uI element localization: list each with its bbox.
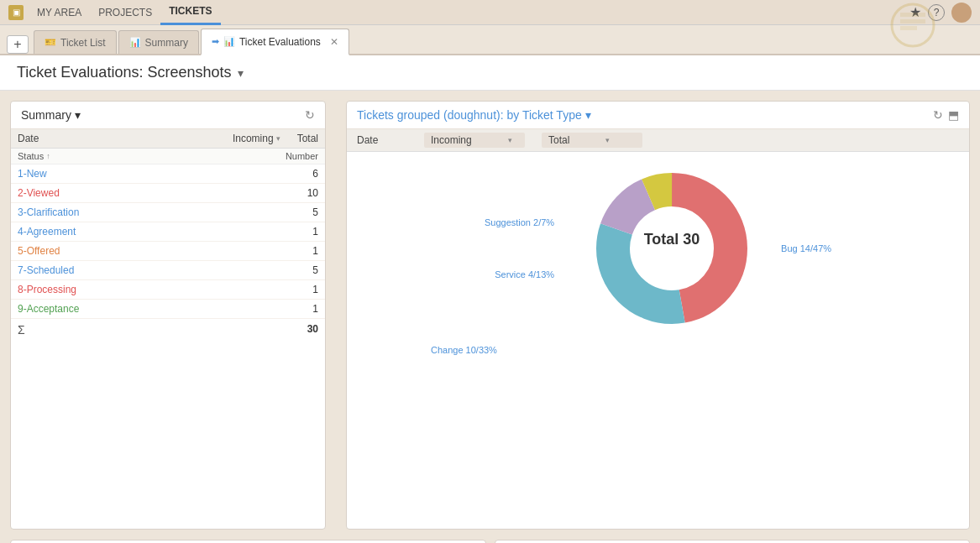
app-logo: ▣	[8, 5, 24, 20]
summary-row-3-clarification[interactable]: 3-Clarification 5	[11, 203, 325, 222]
status-header: Status	[18, 151, 44, 161]
star-icon[interactable]: ★	[909, 4, 921, 20]
nav-projects[interactable]: PROJECTS	[90, 0, 160, 25]
doughnut-panel: Tickets grouped (doughnut): by Ticket Ty…	[346, 101, 970, 530]
summary-total-col[interactable]: Total	[297, 133, 318, 144]
summary-sigma-row: Σ 30	[11, 319, 325, 341]
doughnut-refresh-button[interactable]: ↻	[933, 108, 943, 122]
grouped-month-panel: Tickets grouped (columns): per Month ▾ ↻…	[495, 540, 971, 543]
tab-summary[interactable]: 📊 Summary	[118, 30, 199, 54]
legend-change[interactable]: Change 10/33%	[431, 345, 935, 355]
ticket-list-icon: 🎫	[45, 37, 56, 48]
help-icon[interactable]: ?	[928, 4, 945, 21]
tab-ticket-evaluations[interactable]: ➡ 📊 Ticket Evaluations ✕	[201, 29, 349, 55]
user-avatar[interactable]	[951, 3, 972, 23]
status-up-arrow: ↑	[46, 152, 50, 160]
doughnut-chart: Total 30	[579, 164, 764, 332]
doughnut-download-button[interactable]: ⬒	[948, 108, 959, 122]
tab-ticket-list[interactable]: 🎫 Ticket List	[34, 30, 117, 54]
summary-row-5-offered[interactable]: 5-Offered 1	[11, 242, 325, 261]
summary-incoming-col[interactable]: Incoming ▾	[233, 133, 280, 144]
doughnut-chevron-icon: ▾	[585, 108, 591, 122]
ticket-eval-icon: ➡	[212, 36, 219, 47]
nav-my-area[interactable]: MY AREA	[29, 0, 90, 25]
number-header: Number	[286, 151, 318, 161]
summary-icon: 📊	[129, 37, 141, 48]
doughnut-incoming-arrow: ▾	[508, 136, 512, 144]
tab-close-button[interactable]: ✕	[330, 36, 338, 48]
effort-panel: Ticket effort (columns): per Month ▾ ↻ ⬒…	[10, 540, 486, 543]
page-title-chevron[interactable]: ▾	[238, 66, 244, 80]
doughnut-incoming-col[interactable]: Incoming ▾	[424, 133, 525, 148]
summary-row-8-processing[interactable]: 8-Processing 1	[11, 280, 325, 300]
page-title: Ticket Evaluations: Screenshots	[17, 64, 231, 81]
summary-row-2-viewed[interactable]: 2-Viewed 10	[11, 184, 325, 203]
legend-service[interactable]: Service 4/13%	[495, 269, 554, 279]
doughnut-total-arrow: ▾	[605, 136, 610, 144]
summary-chevron-icon: ▾	[75, 108, 81, 122]
summary-row-1-new[interactable]: 1-New 6	[11, 164, 325, 184]
nav-tickets[interactable]: TICKETS	[160, 0, 220, 25]
legend-suggestion[interactable]: Suggestion 2/7%	[485, 217, 554, 227]
summary-panel: Summary ▾ ↻ Date Incoming ▾ Total	[10, 101, 326, 530]
summary-row-9-acceptance[interactable]: 9-Acceptance 1	[11, 300, 325, 319]
summary-refresh-button[interactable]: ↻	[305, 108, 315, 122]
doughnut-panel-title[interactable]: Tickets grouped (doughnut): by Ticket Ty…	[357, 108, 591, 122]
svg-text:Total 30: Total 30	[644, 231, 700, 248]
doughnut-total-col[interactable]: Total ▾	[542, 133, 642, 148]
legend-bug[interactable]: Bug 14/47%	[781, 243, 831, 253]
summary-row-4-agreement[interactable]: 4-Agreement 1	[11, 222, 325, 242]
doughnut-date-col: Date	[357, 134, 407, 146]
tab-add-button[interactable]: +	[7, 35, 29, 54]
ticket-eval-tab-icon2: 📊	[223, 36, 235, 47]
summary-date-col: Date	[18, 133, 233, 144]
incoming-sort-arrow: ▾	[276, 134, 280, 143]
summary-panel-title[interactable]: Summary ▾	[21, 108, 81, 122]
summary-row-7-scheduled[interactable]: 7-Scheduled 5	[11, 261, 325, 280]
